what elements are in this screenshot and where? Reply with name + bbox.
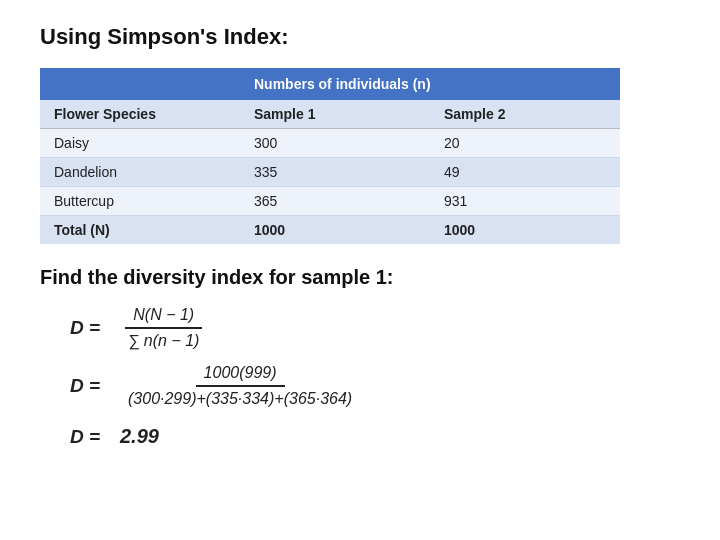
formula2-fraction: 1000(999) (300·299)+(335·334)+(365·364) [120,363,360,409]
subheader-sample2: Sample 2 [430,100,620,129]
table-row: Buttercup 365 931 [40,187,620,216]
s1-buttercup: 365 [240,187,430,216]
table-row: Daisy 300 20 [40,129,620,158]
formula2-lhs: D = [70,375,110,397]
table-wrapper: Numbers of individuals (n) Flower Specie… [40,68,620,244]
subheader-sample1: Sample 1 [240,100,430,129]
page-title: Using Simpson's Index: [40,24,680,50]
formula-area: D = N(N − 1) ∑ n(n − 1) D = 1000(999) (3… [40,305,680,448]
total-s2: 1000 [430,216,620,245]
formula1-numerator: N(N − 1) [125,305,202,329]
header-col1 [40,68,240,100]
formula1-lhs: D = [70,317,110,339]
formula2-line: D = 1000(999) (300·299)+(335·334)+(365·3… [70,363,680,409]
subheader-row: Flower Species Sample 1 Sample 2 [40,100,620,129]
species-dandelion: Dandelion [40,158,240,187]
total-s1: 1000 [240,216,430,245]
header-row: Numbers of individuals (n) [40,68,620,100]
find-text: Find the diversity index for sample 1: [40,266,680,289]
s2-buttercup: 931 [430,187,620,216]
formula2-denominator: (300·299)+(335·334)+(365·364) [120,387,360,409]
result-value: 2.99 [120,425,159,448]
s2-daisy: 20 [430,129,620,158]
table-row: Dandelion 335 49 [40,158,620,187]
species-buttercup: Buttercup [40,187,240,216]
simpsons-table: Numbers of individuals (n) Flower Specie… [40,68,620,244]
species-daisy: Daisy [40,129,240,158]
s1-daisy: 300 [240,129,430,158]
s2-dandelion: 49 [430,158,620,187]
total-label: Total (N) [40,216,240,245]
formula1-line: D = N(N − 1) ∑ n(n − 1) [70,305,680,351]
header-col2: Numbers of individuals (n) [240,68,620,100]
total-row: Total (N) 1000 1000 [40,216,620,245]
formula1-fraction: N(N − 1) ∑ n(n − 1) [120,305,207,351]
s1-dandelion: 335 [240,158,430,187]
formula1-denominator: ∑ n(n − 1) [120,329,207,351]
result-line: D = 2.99 [70,425,680,448]
page: Using Simpson's Index: Numbers of indivi… [0,0,720,468]
subheader-species: Flower Species [40,100,240,129]
formula2-numerator: 1000(999) [196,363,285,387]
result-lhs: D = [70,426,110,448]
